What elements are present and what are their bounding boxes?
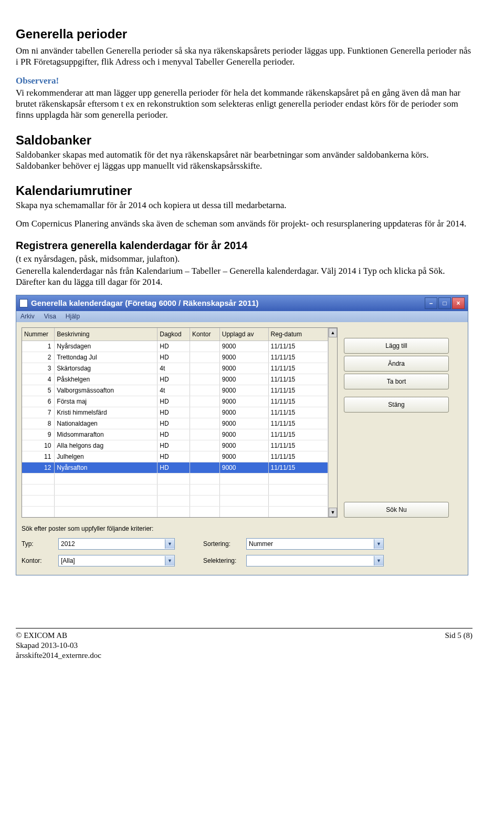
scroll-up-button[interactable]: ▲ <box>329 328 337 337</box>
kontor-value: [Alla] <box>59 557 165 565</box>
cell-upplagd: 9000 <box>219 363 268 374</box>
table-row[interactable]: 11JulhelgenHD900011/11/15 <box>22 451 328 462</box>
heading-generella-perioder: Generella perioder <box>16 26 472 42</box>
cell-upplagd: 9000 <box>219 407 268 418</box>
menu-visa[interactable]: Visa <box>44 313 56 321</box>
cell-beskrivning: Skärtorsdag <box>55 363 158 374</box>
paragraph: Vi rekommenderar att man lägger upp gene… <box>16 87 472 121</box>
cell-beskrivning: Valborgsmässoafton <box>55 385 158 396</box>
cell-dagkod: HD <box>158 352 190 363</box>
cell-beskrivning: Första maj <box>55 396 158 407</box>
cell-kontor <box>190 429 220 440</box>
col-beskrivning[interactable]: Beskrivning <box>55 328 158 341</box>
cell-kontor <box>190 418 220 429</box>
chevron-down-icon[interactable]: ▼ <box>165 539 174 549</box>
table-row[interactable]: 4PåskhelgenHD900011/11/15 <box>22 374 328 385</box>
close-button[interactable]: Stäng <box>344 397 449 413</box>
footer-created: Skapad 2013-10-03 <box>16 641 101 651</box>
menu-arkiv[interactable]: Arkiv <box>20 313 35 321</box>
selektering-combo[interactable]: ▼ <box>246 555 384 566</box>
add-button[interactable]: Lägg till <box>344 338 449 354</box>
cell-upplagd: 9000 <box>219 451 268 462</box>
cell-upplagd: 9000 <box>219 462 268 473</box>
chevron-down-icon[interactable]: ▼ <box>374 539 383 549</box>
table-row-empty <box>22 496 328 507</box>
sortering-label: Sortering: <box>203 540 240 548</box>
paragraph: Generella kalenderdagar nås från Kalenda… <box>16 265 472 288</box>
chevron-down-icon[interactable]: ▼ <box>165 556 174 565</box>
cell-dagkod: HD <box>158 429 190 440</box>
app-window: Generella kalenderdagar (Företag 6000 / … <box>16 295 468 575</box>
calendar-table[interactable]: Nummer Beskrivning Dagkod Kontor Upplagd… <box>22 328 328 517</box>
col-upplagd[interactable]: Upplagd av <box>219 328 268 341</box>
typ-label: Typ: <box>22 540 52 548</box>
minimize-button[interactable]: – <box>425 297 437 309</box>
cell-regdatum: 11/11/15 <box>268 363 328 374</box>
sortering-combo[interactable]: Nummer ▼ <box>246 538 384 550</box>
cell-dagkod: HD <box>158 418 190 429</box>
window-close-button[interactable]: × <box>452 297 465 309</box>
scrollbar[interactable]: ▲ ▼ <box>328 328 337 517</box>
table-row[interactable]: 9MidsommaraftonHD900011/11/15 <box>22 429 328 440</box>
table-row-empty <box>22 473 328 485</box>
table-row[interactable]: 6Första majHD900011/11/15 <box>22 396 328 407</box>
cell-nummer: 3 <box>22 363 55 374</box>
cell-kontor <box>190 385 220 396</box>
cell-nummer: 8 <box>22 418 55 429</box>
heading-saldobanker: Saldobanker <box>16 132 472 148</box>
cell-nummer: 12 <box>22 462 55 473</box>
cell-nummer: 6 <box>22 396 55 407</box>
typ-combo[interactable]: 2012 ▼ <box>58 538 175 550</box>
kontor-combo[interactable]: [Alla] ▼ <box>58 555 175 566</box>
table-row[interactable]: 1NyårsdagenHD900011/11/15 <box>22 341 328 352</box>
chevron-down-icon[interactable]: ▼ <box>374 556 383 565</box>
paragraph: Om Copernicus Planering används ska även… <box>16 218 472 229</box>
search-button[interactable]: Sök Nu <box>344 502 449 518</box>
app-icon <box>19 299 28 307</box>
cell-beskrivning: Kristi himmelsfärd <box>55 407 158 418</box>
table-row[interactable]: 8NationaldagenHD900011/11/15 <box>22 418 328 429</box>
selektering-label: Selektering: <box>203 557 240 565</box>
heading-registrera: Registrera generella kalenderdagar för å… <box>16 239 472 252</box>
table-row[interactable]: 10Alla helgons dagHD900011/11/15 <box>22 440 328 451</box>
edit-button[interactable]: Ändra <box>344 356 449 372</box>
col-dagkod[interactable]: Dagkod <box>158 328 190 341</box>
maximize-button[interactable]: □ <box>438 297 451 309</box>
scroll-down-button[interactable]: ▼ <box>329 508 337 517</box>
table-row[interactable]: 2Trettondag JulHD900011/11/15 <box>22 352 328 363</box>
cell-dagkod: 4t <box>158 385 190 396</box>
cell-regdatum: 11/11/15 <box>268 407 328 418</box>
cell-kontor <box>190 363 220 374</box>
table-row[interactable]: 12NyårsaftonHD900011/11/15 <box>22 462 328 473</box>
table-container: Nummer Beskrivning Dagkod Kontor Upplagd… <box>22 327 338 518</box>
table-row-empty <box>22 507 328 518</box>
cell-regdatum: 11/11/15 <box>268 385 328 396</box>
cell-regdatum: 11/11/15 <box>268 396 328 407</box>
col-kontor[interactable]: Kontor <box>190 328 220 341</box>
col-nummer[interactable]: Nummer <box>22 328 55 341</box>
delete-button[interactable]: Ta bort <box>344 374 449 389</box>
paragraph: (t ex nyårsdagen, påsk, midsommar, julaf… <box>16 253 472 264</box>
search-intro: Sök efter poster som uppfyller följande … <box>22 525 463 533</box>
table-row[interactable]: 3Skärtorsdag4t900011/11/15 <box>22 363 328 374</box>
menu-hjalp[interactable]: Hjälp <box>66 313 80 321</box>
cell-kontor <box>190 440 220 451</box>
cell-dagkod: 4t <box>158 363 190 374</box>
cell-dagkod: HD <box>158 462 190 473</box>
page-footer: © EXICOM AB Skapad 2013-10-03 årsskifte2… <box>16 628 472 660</box>
typ-value: 2012 <box>59 540 165 548</box>
search-panel: Sök efter poster som uppfyller följande … <box>16 523 468 575</box>
cell-kontor <box>190 341 220 352</box>
cell-kontor <box>190 396 220 407</box>
col-regdatum[interactable]: Reg-datum <box>268 328 328 341</box>
cell-regdatum: 11/11/15 <box>268 440 328 451</box>
cell-dagkod: HD <box>158 451 190 462</box>
cell-regdatum: 11/11/15 <box>268 462 328 473</box>
cell-regdatum: 11/11/15 <box>268 418 328 429</box>
table-row[interactable]: 5Valborgsmässoafton4t900011/11/15 <box>22 385 328 396</box>
cell-beskrivning: Midsommarafton <box>55 429 158 440</box>
cell-beskrivning: Påskhelgen <box>55 374 158 385</box>
table-row[interactable]: 7Kristi himmelsfärdHD900011/11/15 <box>22 407 328 418</box>
cell-regdatum: 11/11/15 <box>268 352 328 363</box>
heading-kalendariumrutiner: Kalendariumrutiner <box>16 183 472 199</box>
